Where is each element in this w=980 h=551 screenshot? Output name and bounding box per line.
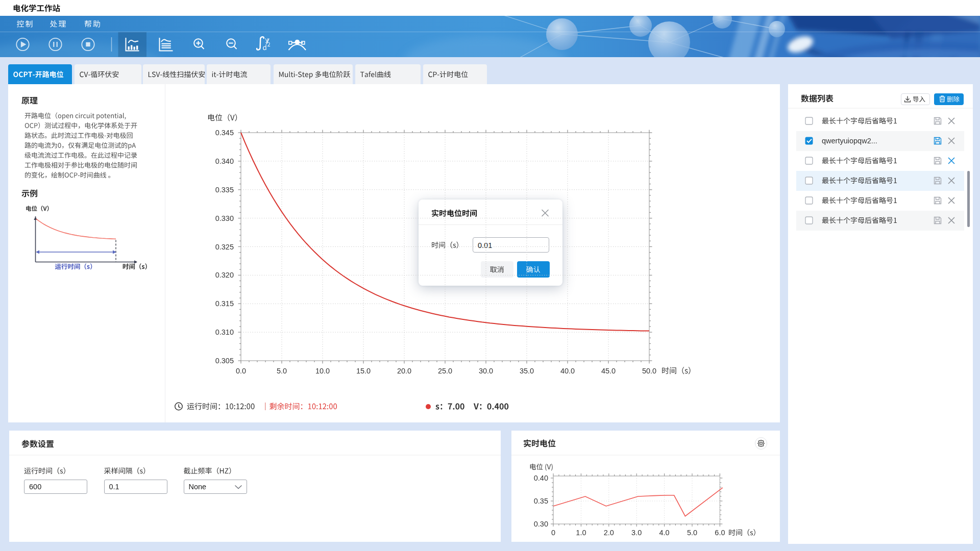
svg-text:0.01: 0.01 [478,241,492,249]
